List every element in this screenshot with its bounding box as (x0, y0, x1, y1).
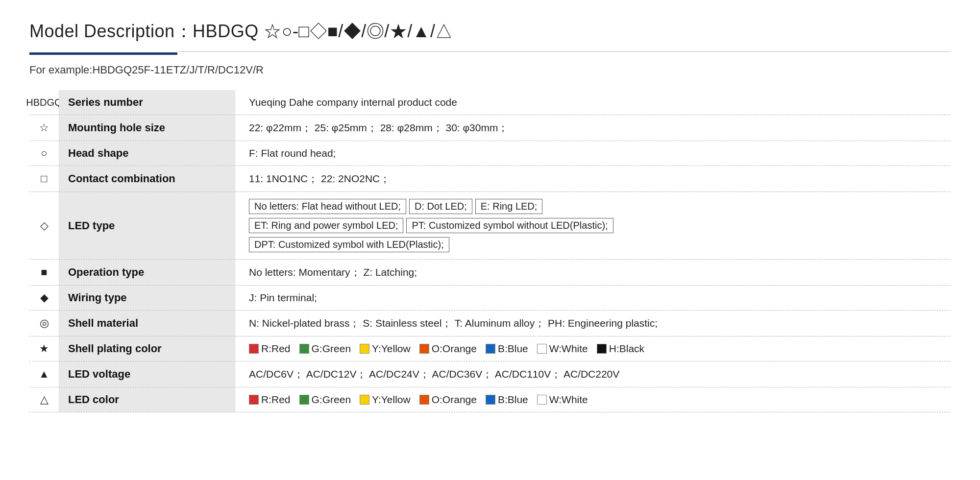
table-row: □Contact combination11: 1NO1NC； 22: 2NO2… (29, 166, 951, 192)
row-icon: ◇ (29, 192, 59, 259)
row-icon: △ (29, 387, 59, 412)
color-item: B:Blue (486, 394, 528, 406)
title-section: Model Description：HBDGQ ☆○-□◇■/◆/◎/★/▲/△ (29, 20, 951, 55)
title-bar-blue (29, 52, 177, 55)
led-type-item: No letters: Flat head without LED; (249, 199, 406, 214)
row-value: 11: 1NO1NC； 22: 2NO2NC； (235, 166, 951, 192)
table-row: ○Head shapeF: Flat round head; (29, 141, 951, 166)
color-swatch (299, 344, 309, 354)
color-swatch (360, 344, 369, 354)
color-item: Y:Yellow (360, 394, 411, 406)
table-row: ■Operation typeNo letters: Momentary； Z:… (29, 260, 951, 286)
row-value: J: Pin terminal; (235, 286, 951, 310)
table-row: ◆Wiring typeJ: Pin terminal; (29, 286, 951, 311)
model-table: HBDGQSeries numberYueqing Dahe company i… (29, 90, 951, 412)
color-item: R:Red (249, 394, 291, 406)
color-item: B:Blue (486, 343, 528, 355)
color-label: W:White (549, 343, 588, 355)
color-label: B:Blue (498, 343, 528, 355)
color-label: G:Green (312, 394, 351, 406)
table-row: HBDGQSeries numberYueqing Dahe company i… (29, 90, 951, 115)
color-item: W:White (537, 343, 588, 355)
page-title: Model Description：HBDGQ ☆○-□◇■/◆/◎/★/▲/△ (29, 20, 951, 44)
color-swatch (537, 395, 547, 405)
led-type-item: DPT: Customized symbol with LED(Plastic)… (249, 237, 449, 252)
row-label: Mounting hole size (59, 115, 235, 141)
row-value: 22: φ22mm； 25: φ25mm； 28: φ28mm； 30: φ30… (235, 115, 951, 141)
row-value: No letters: Flat head without LED;D: Dot… (235, 192, 951, 259)
color-swatch (486, 344, 495, 354)
row-label: Series number (59, 90, 235, 115)
row-icon: ▲ (29, 361, 59, 387)
table-row: ☆Mounting hole size22: φ22mm； 25: φ25mm；… (29, 115, 951, 141)
row-value: N: Nickel-plated brass； S: Stainless ste… (235, 311, 951, 336)
table-row: ◇LED typeNo letters: Flat head without L… (29, 192, 951, 260)
color-label: W:White (549, 394, 588, 406)
color-swatch (249, 395, 259, 405)
row-icon: ★ (29, 336, 59, 361)
led-type-item: ET: Ring and power symbol LED; (249, 218, 403, 233)
row-value: R:RedG:GreenY:YellowO:OrangeB:BlueW:Whit… (235, 387, 951, 412)
color-swatch (597, 344, 607, 354)
table-row: ◎Shell materialN: Nickel-plated brass； S… (29, 311, 951, 336)
color-label: R:Red (261, 394, 291, 406)
row-label: Wiring type (59, 286, 235, 310)
color-item: O:Orange (419, 343, 477, 355)
row-label: LED color (59, 387, 235, 412)
color-label: O:Orange (432, 394, 477, 406)
color-label: Y:Yellow (372, 343, 411, 355)
row-value: R:RedG:GreenY:YellowO:OrangeB:BlueW:Whit… (235, 336, 951, 361)
led-type-item: D: Dot LED; (409, 199, 472, 214)
row-label: LED type (59, 192, 235, 259)
row-icon: ○ (29, 141, 59, 166)
color-label: R:Red (261, 343, 291, 355)
color-label: B:Blue (498, 394, 528, 406)
color-swatch (537, 344, 547, 354)
color-item: Y:Yellow (360, 343, 411, 355)
color-swatch (299, 395, 309, 405)
color-item: W:White (537, 394, 588, 406)
led-type-item: E: Ring LED; (475, 199, 543, 214)
color-item: O:Orange (419, 394, 477, 406)
color-item: R:Red (249, 343, 291, 355)
row-value: No letters: Momentary； Z: Latching; (235, 260, 951, 285)
table-row: ★Shell plating colorR:RedG:GreenY:Yellow… (29, 336, 951, 361)
color-swatch (419, 395, 429, 405)
row-label: Shell plating color (59, 336, 235, 361)
color-swatch (249, 344, 259, 354)
row-label: LED voltage (59, 361, 235, 387)
table-row: ▲LED voltageAC/DC6V； AC/DC12V； AC/DC24V；… (29, 361, 951, 387)
row-label: Shell material (59, 311, 235, 336)
color-swatch (419, 344, 429, 354)
color-swatch (486, 395, 495, 405)
row-label: Head shape (59, 141, 235, 166)
row-value: F: Flat round head; (235, 141, 951, 166)
title-bar-gray (177, 51, 951, 52)
row-icon: □ (29, 166, 59, 192)
row-icon: ◆ (29, 286, 59, 310)
table-row: △LED colorR:RedG:GreenY:YellowO:OrangeB:… (29, 387, 951, 412)
color-label: O:Orange (432, 343, 477, 355)
row-icon: HBDGQ (29, 90, 59, 115)
row-value: Yueqing Dahe company internal product co… (235, 90, 951, 115)
led-type-item: PT: Customized symbol without LED(Plasti… (406, 218, 613, 233)
row-label: Operation type (59, 260, 235, 285)
row-icon: ◎ (29, 311, 59, 336)
example-text: For example:HBDGQ25F-11ETZ/J/T/R/DC12V/R (29, 64, 951, 76)
row-label: Contact combination (59, 166, 235, 192)
color-swatch (360, 395, 369, 405)
row-value: AC/DC6V； AC/DC12V； AC/DC24V； AC/DC36V； A… (235, 361, 951, 387)
color-label: H:Black (609, 343, 644, 355)
color-item: G:Green (299, 394, 351, 406)
color-label: G:Green (312, 343, 351, 355)
row-icon: ☆ (29, 115, 59, 141)
color-item: H:Black (597, 343, 644, 355)
color-item: G:Green (299, 343, 351, 355)
color-label: Y:Yellow (372, 394, 411, 406)
row-icon: ■ (29, 260, 59, 285)
